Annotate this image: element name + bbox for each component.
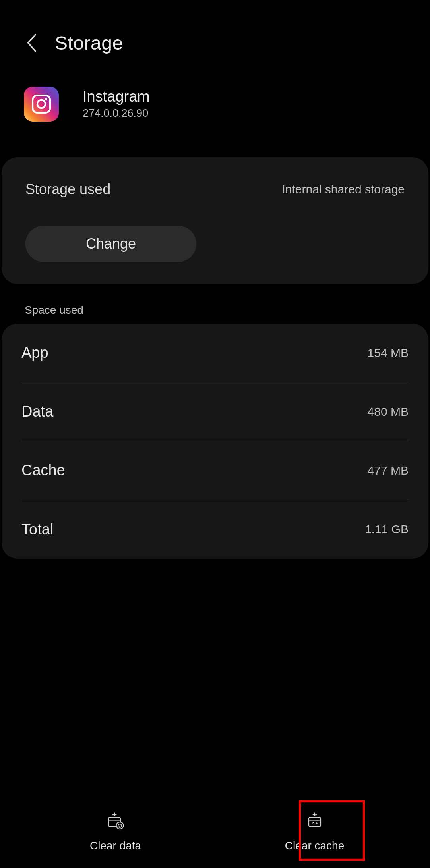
bottom-action-bar: Clear data Clear cache bbox=[0, 811, 430, 856]
space-row-value: 480 MB bbox=[368, 405, 409, 419]
space-row-label: Data bbox=[21, 403, 53, 420]
app-icon-instagram bbox=[24, 87, 59, 122]
storage-used-card: Storage used Internal shared storage Cha… bbox=[2, 157, 428, 284]
app-name: Instagram bbox=[83, 89, 150, 105]
space-row-data: Data 480 MB bbox=[21, 382, 409, 441]
clear-cache-icon bbox=[305, 811, 325, 831]
storage-used-value: Internal shared storage bbox=[282, 183, 405, 196]
clear-data-icon bbox=[106, 811, 126, 831]
clear-cache-button[interactable]: Clear cache bbox=[215, 811, 414, 852]
app-version: 274.0.0.26.90 bbox=[83, 107, 150, 120]
space-row-value: 154 MB bbox=[368, 346, 409, 360]
app-info-row: Instagram 274.0.0.26.90 bbox=[0, 55, 430, 122]
svg-rect-0 bbox=[33, 95, 50, 113]
space-row-app: App 154 MB bbox=[21, 324, 409, 382]
space-used-list: App 154 MB Data 480 MB Cache 477 MB Tota… bbox=[2, 324, 428, 559]
space-row-value: 477 MB bbox=[368, 464, 409, 477]
back-button[interactable] bbox=[20, 31, 44, 55]
space-row-label: Total bbox=[21, 521, 53, 538]
chevron-left-icon bbox=[26, 33, 37, 52]
space-row-total: Total 1.11 GB bbox=[21, 500, 409, 559]
change-button[interactable]: Change bbox=[25, 226, 196, 262]
instagram-icon bbox=[31, 93, 52, 115]
space-row-value: 1.11 GB bbox=[365, 523, 409, 536]
clear-data-label: Clear data bbox=[90, 839, 141, 852]
page-title: Storage bbox=[55, 32, 123, 54]
space-row-label: App bbox=[21, 344, 48, 361]
svg-rect-5 bbox=[309, 817, 321, 827]
space-row-cache: Cache 477 MB bbox=[21, 441, 409, 500]
svg-point-2 bbox=[45, 98, 47, 100]
svg-point-4 bbox=[116, 822, 123, 829]
space-used-heading: Space used bbox=[25, 304, 430, 316]
clear-data-button[interactable]: Clear data bbox=[16, 811, 215, 852]
clear-cache-label: Clear cache bbox=[285, 839, 344, 852]
storage-used-label: Storage used bbox=[25, 181, 110, 198]
space-row-label: Cache bbox=[21, 462, 65, 479]
svg-point-1 bbox=[37, 100, 45, 108]
